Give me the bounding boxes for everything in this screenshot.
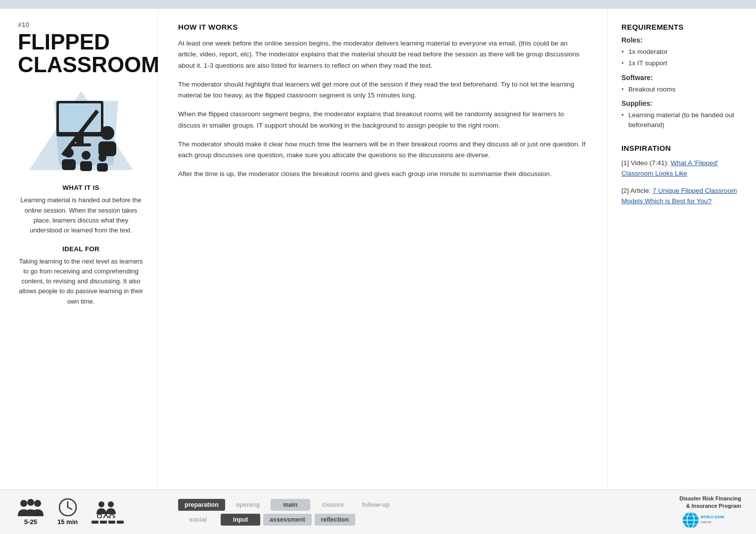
tag-social: social <box>178 514 218 526</box>
svg-rect-3 <box>59 103 101 132</box>
footer-middle: preparation opening main closure follow-… <box>168 499 598 526</box>
software-label: Software: <box>621 74 742 82</box>
paragraph-1: At least one week before the online sess… <box>178 38 587 71</box>
svg-marker-24 <box>103 514 109 518</box>
participants-label: 5-25 <box>24 518 37 526</box>
footer-left: 5-25 15 min <box>10 498 168 526</box>
tag-main: main <box>271 499 310 511</box>
footer-right: Disaster Risk Financing & Insurance Prog… <box>598 495 746 529</box>
card-title: FLIPPED CLASSROOM <box>18 31 144 76</box>
tag-follow-up: follow-up <box>356 499 396 511</box>
requirements-title: REQUIREMENTS <box>621 23 742 31</box>
card-title-line2: CLASSROOM <box>18 52 159 77</box>
svg-point-17 <box>34 500 41 507</box>
how-it-works-title: HOW IT WORKS <box>178 23 587 31</box>
svg-text:GROUP: GROUP <box>701 521 711 524</box>
participants-icon <box>18 498 44 516</box>
duration-group: 15 min <box>57 498 78 526</box>
paragraph-5: After the time is up, the moderator clos… <box>178 169 587 179</box>
card-number: #10 <box>18 21 144 29</box>
color-bars <box>92 521 124 524</box>
roles-list: 1x moderator 1x IT support <box>621 47 742 69</box>
bar-4 <box>117 521 124 524</box>
svg-point-13 <box>98 154 106 162</box>
footer-row-2: social input assessment reflection <box>178 514 598 526</box>
tag-reflection: reflection <box>315 514 355 526</box>
software-item-1: Breakout rooms <box>621 85 742 94</box>
inspiration-title: INSPIRATION <box>621 144 742 152</box>
ideal-for-heading: IDEAL FOR <box>18 245 144 253</box>
footer-row-1: preparation opening main closure follow-… <box>178 499 598 511</box>
svg-rect-12 <box>80 161 92 171</box>
role-item-1: 1x moderator <box>621 47 742 57</box>
wb-logo-svg: WORLD BANK GROUP <box>682 511 741 529</box>
tag-closure: closure <box>313 499 353 511</box>
inspiration-2-prefix: [2] Article: <box>621 187 651 194</box>
svg-point-16 <box>27 499 34 506</box>
supplies-item-1: Learning material (to be handed out befo… <box>621 110 742 131</box>
roles-label: Roles: <box>621 36 742 44</box>
inspiration-item-1: [1] Video (7:41): What A 'Flipped' Class… <box>621 158 742 179</box>
header-band <box>0 0 756 9</box>
inspiration-item-2: [2] Article: 7 Unique Flipped Classroom … <box>621 186 742 207</box>
bar-1 <box>92 521 98 524</box>
inspiration-section: INSPIRATION [1] Video (7:41): What A 'Fl… <box>621 144 742 207</box>
role-item-2: 1x IT support <box>621 58 742 68</box>
page-wrapper: #10 FLIPPED CLASSROOM <box>0 0 756 534</box>
complexity-group <box>92 500 124 524</box>
what-it-is-text: Learning material is handed out before t… <box>18 195 144 235</box>
tag-input: input <box>221 514 260 526</box>
participants-group: 5-25 <box>18 498 44 526</box>
bar-2 <box>100 521 107 524</box>
what-it-is-heading: WHAT IT IS <box>18 184 144 191</box>
supplies-label: Supplies: <box>621 99 742 107</box>
left-sidebar: #10 FLIPPED CLASSROOM <box>0 9 158 490</box>
duration-label: 15 min <box>57 518 78 526</box>
complexity-icon <box>95 500 121 518</box>
clock-icon <box>59 498 77 516</box>
svg-point-15 <box>20 500 27 507</box>
card-title-line1: FLIPPED <box>18 30 110 54</box>
svg-point-21 <box>98 501 104 507</box>
svg-text:WORLD BANK: WORLD BANK <box>701 515 725 519</box>
svg-rect-14 <box>97 163 108 172</box>
ideal-for-text: Taking learning to the next level as lea… <box>18 257 144 307</box>
illustration-container <box>18 86 144 175</box>
right-panel: REQUIREMENTS Roles: 1x moderator 1x IT s… <box>608 9 756 490</box>
svg-point-11 <box>82 151 91 160</box>
svg-line-20 <box>68 507 72 509</box>
software-list: Breakout rooms <box>621 85 742 94</box>
footer: 5-25 15 min <box>0 490 756 534</box>
svg-rect-25 <box>109 514 114 518</box>
svg-point-23 <box>97 514 101 518</box>
tag-assessment: assessment <box>263 514 312 526</box>
main-content: #10 FLIPPED CLASSROOM <box>0 9 756 490</box>
svg-rect-10 <box>62 159 76 170</box>
tag-preparation: preparation <box>178 499 225 511</box>
tag-opening: opening <box>228 499 268 511</box>
svg-point-9 <box>64 148 74 158</box>
paragraph-2: The moderator should highlight that lear… <box>178 79 587 101</box>
svg-point-7 <box>100 126 114 140</box>
svg-point-22 <box>108 501 114 507</box>
supplies-list: Learning material (to be handed out befo… <box>621 110 742 131</box>
paragraph-4: The moderator should make it clear how m… <box>178 139 587 161</box>
inspiration-1-prefix: [1] Video (7:41): <box>621 159 669 167</box>
middle-content: HOW IT WORKS At least one week before th… <box>158 9 608 490</box>
world-bank-logo: Disaster Risk Financing & Insurance Prog… <box>679 495 741 529</box>
illustration-svg <box>24 86 138 175</box>
wb-text-line2: & Insurance Program <box>686 502 741 509</box>
wb-text-line1: Disaster Risk Financing <box>679 495 741 502</box>
paragraph-3: When the flipped classroom segment begin… <box>178 109 587 131</box>
bar-3 <box>108 521 115 524</box>
